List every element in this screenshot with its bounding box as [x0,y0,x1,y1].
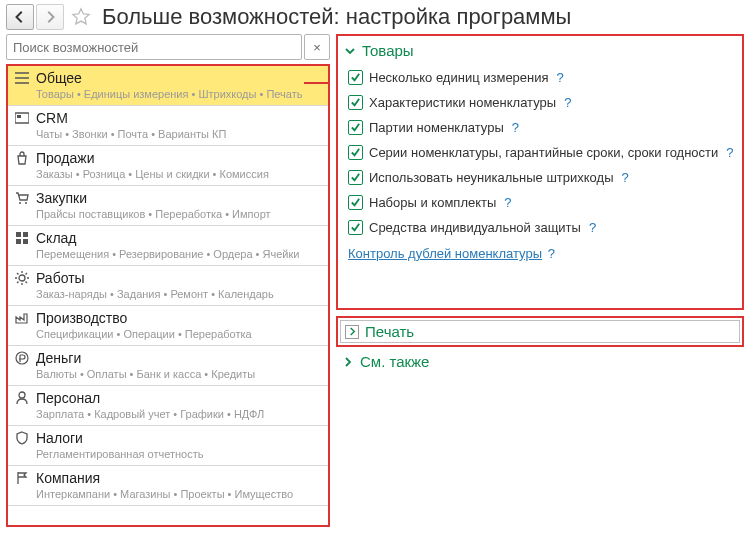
bag-icon [14,151,30,165]
chevron-down-icon [344,45,356,57]
category-subtitle: Заказы • Розница • Цены и скидки • Комис… [36,168,322,180]
help-icon[interactable]: ? [504,195,511,210]
option-label: Характеристики номенклатуры [369,95,556,110]
option-checkbox[interactable] [348,95,363,110]
option-checkbox[interactable] [348,195,363,210]
option-label: Средства индивидуальной защиты [369,220,581,235]
option-label: Несколько единиц измерения [369,70,549,85]
option-row-1: Характеристики номенклатуры? [348,90,736,115]
category-item-6[interactable]: ПроизводствоСпецификации • Операции • Пе… [8,306,328,346]
svg-point-11 [16,352,28,364]
category-list: ОбщееТовары • Единицы измерения • Штрихк… [6,64,330,527]
factory-icon [14,311,30,325]
arrow-left-icon [13,10,27,24]
category-subtitle: Регламентированная отчетность [36,448,322,460]
option-checkbox[interactable] [348,220,363,235]
category-subtitle: Спецификации • Операции • Переработка [36,328,322,340]
svg-point-12 [19,392,25,398]
category-item-8[interactable]: ПерсоналЗарплата • Кадровый учет • Графи… [8,386,328,426]
category-subtitle: Чаты • Звонки • Почта • Варианты КП [36,128,322,140]
category-label: Налоги [36,430,83,446]
category-label: Деньги [36,350,81,366]
category-subtitle: Зарплата • Кадровый учет • Графики • НДФ… [36,408,322,420]
category-item-10[interactable]: КомпанияИнтеркампани • Магазины • Проект… [8,466,328,506]
category-label: Производство [36,310,127,326]
option-checkbox[interactable] [348,170,363,185]
category-subtitle: Интеркампани • Магазины • Проекты • Имущ… [36,488,322,500]
help-icon[interactable]: ? [726,145,733,160]
section-print: Печать [336,316,744,347]
option-row-5: Наборы и комплекты? [348,190,736,215]
option-row-0: Несколько единиц измерения? [348,65,736,90]
svg-rect-7 [23,232,28,237]
svg-rect-6 [16,232,21,237]
section-seealso-title: См. также [360,353,429,370]
svg-point-5 [25,202,27,204]
category-label: Персонал [36,390,100,406]
category-item-5[interactable]: РаботыЗаказ-наряды • Задания • Ремонт • … [8,266,328,306]
category-label: Компания [36,470,100,486]
category-subtitle: Прайсы поставщиков • Переработка • Импор… [36,208,322,220]
chevron-right-icon [342,356,354,368]
svg-rect-8 [16,239,21,244]
gear-icon [14,271,30,285]
section-goods-title: Товары [362,42,414,59]
option-checkbox[interactable] [348,145,363,160]
category-item-0[interactable]: ОбщееТовары • Единицы измерения • Штрихк… [8,66,328,106]
flag-icon [14,471,30,485]
duplicates-control-link[interactable]: Контроль дублей номенклатуры [348,246,542,261]
nav-back-button[interactable] [6,4,34,30]
help-icon[interactable]: ? [564,95,571,110]
section-print-title: Печать [365,323,414,340]
category-subtitle: Заказ-наряды • Задания • Ремонт • Календ… [36,288,322,300]
category-label: Склад [36,230,77,246]
nav-forward-button[interactable] [36,4,64,30]
category-item-2[interactable]: ПродажиЗаказы • Розница • Цены и скидки … [8,146,328,186]
category-item-7[interactable]: ДеньгиВалюты • Оплаты • Банк и касса • К… [8,346,328,386]
option-checkbox[interactable] [348,120,363,135]
card-icon [14,111,30,125]
category-item-4[interactable]: СкладПеремещения • Резервирование • Орде… [8,226,328,266]
help-icon[interactable]: ? [622,170,629,185]
category-item-3[interactable]: ЗакупкиПрайсы поставщиков • Переработка … [8,186,328,226]
help-icon[interactable]: ? [557,70,564,85]
category-label: Общее [36,70,82,86]
option-row-2: Партии номенклатуры? [348,115,736,140]
category-item-1[interactable]: CRMЧаты • Звонки • Почта • Варианты КП [8,106,328,146]
category-label: CRM [36,110,68,126]
category-label: Закупки [36,190,87,206]
option-label: Использовать неуникальные штрихкоды [369,170,614,185]
search-input[interactable] [6,34,302,60]
category-subtitle: Перемещения • Резервирование • Ордера • … [36,248,322,260]
help-icon[interactable]: ? [589,220,596,235]
help-icon[interactable]: ? [548,246,555,261]
option-checkbox[interactable] [348,70,363,85]
category-item-9[interactable]: НалогиРегламентированная отчетность [8,426,328,466]
section-seealso-header[interactable]: См. также [342,351,738,376]
option-row-3: Серии номенклатуры, гарантийные сроки, с… [348,140,736,165]
svg-rect-3 [17,115,21,118]
grid-icon [14,231,30,245]
category-subtitle: Товары • Единицы измерения • Штрихкоды •… [36,88,322,100]
section-print-header[interactable]: Печать [340,320,740,343]
section-goods-header[interactable]: Товары [344,40,736,65]
page-title: Больше возможностей: настройка программы [102,4,571,30]
category-label: Работы [36,270,85,286]
option-label: Партии номенклатуры [369,120,504,135]
shield-icon [14,431,30,445]
favorite-star-icon[interactable] [68,4,94,30]
person-icon [14,391,30,405]
ruble-icon [14,351,30,365]
search-clear-button[interactable]: × [304,34,330,60]
svg-point-10 [19,275,25,281]
cart-icon [14,191,30,205]
option-row-4: Использовать неуникальные штрихкоды? [348,165,736,190]
help-icon[interactable]: ? [512,120,519,135]
svg-point-4 [19,202,21,204]
option-label: Серии номенклатуры, гарантийные сроки, с… [369,145,718,160]
option-row-6: Средства индивидуальной защиты? [348,215,736,240]
list-icon [14,71,30,85]
arrow-right-icon [43,10,57,24]
section-goods: Товары Несколько единиц измерения?Характ… [336,34,744,310]
category-label: Продажи [36,150,94,166]
